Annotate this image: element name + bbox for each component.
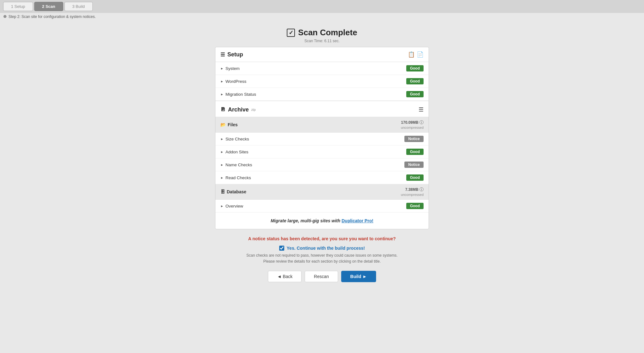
overview-row[interactable]: ► Overview Good: [215, 200, 429, 213]
setup-section-icons: 📋 📄: [408, 51, 424, 58]
addon-sites-row[interactable]: ► Addon Sites Good: [215, 145, 429, 158]
name-checks-badge: Notice: [404, 162, 424, 168]
wp-logo-icon: ☸: [3, 14, 7, 19]
files-help-icon[interactable]: ⓘ: [419, 120, 424, 125]
step-2-button[interactable]: 2 Scan: [34, 2, 63, 11]
size-checks-badge: Notice: [404, 136, 424, 142]
read-checks-badge: Good: [406, 174, 424, 181]
archive-section-header: 🖹 Archive zip ☰: [215, 102, 429, 117]
database-category-row: 🗄 Database 7.38MB ⓘ uncompressed: [215, 184, 429, 200]
confirm-label[interactable]: Yes. Continue with the build process!: [287, 246, 365, 251]
confirm-row: Yes. Continue with the build process!: [0, 246, 644, 251]
arrow-icon: ►: [220, 137, 224, 141]
arrow-icon: ►: [220, 67, 224, 70]
size-checks-row[interactable]: ► Size Checks Notice: [215, 133, 429, 145]
wordpress-row[interactable]: ► WordPress Good: [215, 75, 429, 88]
archive-section-icons: ☰: [419, 106, 424, 113]
arrow-icon: ►: [220, 163, 224, 167]
setup-section-header: ☰ Setup 📋 📄: [215, 47, 429, 62]
archive-export-icon[interactable]: ☰: [419, 106, 424, 113]
copy-icon[interactable]: 📋: [408, 51, 415, 58]
name-checks-row[interactable]: ► Name Checks Notice: [215, 158, 429, 171]
database-help-icon[interactable]: ⓘ: [419, 187, 424, 192]
rescan-button[interactable]: Rescan: [305, 271, 338, 282]
promo-row: Migrate large, multi-gig sites with Dupl…: [215, 213, 429, 229]
files-meta: 170.09MB ⓘ uncompressed: [401, 120, 424, 130]
arrow-icon: ►: [220, 176, 224, 179]
arrow-icon: ►: [220, 93, 224, 96]
export-icon[interactable]: 📄: [417, 51, 424, 58]
archive-zip-label: zip: [251, 108, 256, 111]
arrow-icon: ►: [220, 204, 224, 208]
duplicator-pro-link[interactable]: Duplicator Pro!: [341, 218, 373, 223]
confirm-checkbox[interactable]: [279, 246, 284, 251]
database-meta: 7.38MB ⓘ uncompressed: [401, 187, 424, 197]
page-title: ✓ Scan Complete: [0, 28, 644, 37]
system-row[interactable]: ► System Good: [215, 62, 429, 75]
notice-warning: A notice status has been detected, are y…: [0, 236, 644, 241]
wordpress-badge: Good: [406, 78, 424, 84]
database-icon: 🗄: [220, 189, 225, 194]
step-3-button[interactable]: 3 Build: [64, 2, 93, 11]
back-button[interactable]: ◄ Back: [268, 271, 302, 282]
step-1-button[interactable]: 1 Setup: [3, 2, 33, 11]
scan-time: Scan Time: 6.11 sec.: [0, 39, 644, 43]
scan-note: Scan checks are not required to pass, ho…: [243, 253, 401, 265]
overview-badge: Good: [406, 203, 424, 209]
addon-sites-badge: Good: [406, 149, 424, 155]
setup-section-title: ☰ Setup: [220, 51, 243, 58]
archive-section-title: 🖹 Archive zip: [220, 106, 256, 113]
read-checks-row[interactable]: ► Read Checks Good: [215, 171, 429, 184]
page-title-area: ✓ Scan Complete Scan Time: 6.11 sec.: [0, 21, 644, 47]
list-icon: ☰: [220, 52, 225, 58]
files-category-row: 📂 Files 170.09MB ⓘ uncompressed: [215, 117, 429, 133]
arrow-icon: ►: [220, 150, 224, 154]
step-bar: 1 Setup 2 Scan 3 Build: [0, 0, 644, 13]
main-card: ☰ Setup 📋 📄 ► System Good ► WordPress Go…: [215, 47, 429, 229]
folder-icon: 📂: [220, 122, 226, 127]
system-badge: Good: [406, 65, 424, 71]
section-divider: [215, 101, 429, 101]
scan-complete-check-icon: ✓: [287, 29, 295, 37]
btn-row: ◄ Back Rescan Build ►: [0, 271, 644, 282]
step-hint: ☸ Step 2: Scan site for configuration & …: [0, 13, 644, 21]
archive-file-icon: 🖹: [220, 107, 225, 112]
migration-badge: Good: [406, 91, 424, 97]
migration-status-row[interactable]: ► Migration Status Good: [215, 88, 429, 101]
arrow-icon: ►: [220, 80, 224, 83]
build-button[interactable]: Build ►: [341, 271, 376, 282]
